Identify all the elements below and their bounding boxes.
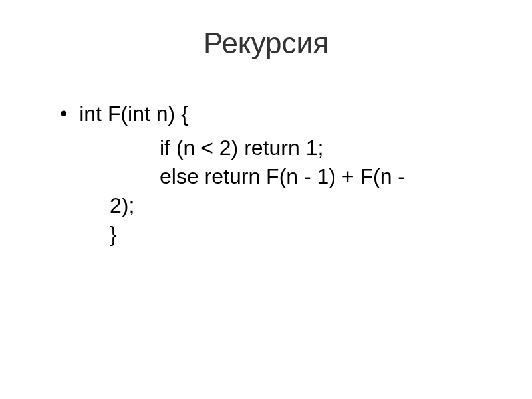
slide-container: Рекурсия • int F(int n) { if (n < 2) ret… — [0, 0, 532, 399]
code-line-1: • int F(int n) { — [60, 100, 492, 128]
code-text: int F(int n) { — [79, 100, 188, 128]
slide-content: • int F(int n) { if (n < 2) return 1; el… — [40, 100, 492, 249]
code-line-2: if (n < 2) return 1; — [60, 134, 492, 162]
code-line-4: } — [60, 220, 492, 249]
code-line-3: else return F(n - 1) + F(n - — [60, 162, 492, 191]
bullet-icon: • — [60, 100, 67, 128]
code-line-3b: 2); — [60, 192, 492, 220]
slide-title: Рекурсия — [40, 27, 492, 60]
